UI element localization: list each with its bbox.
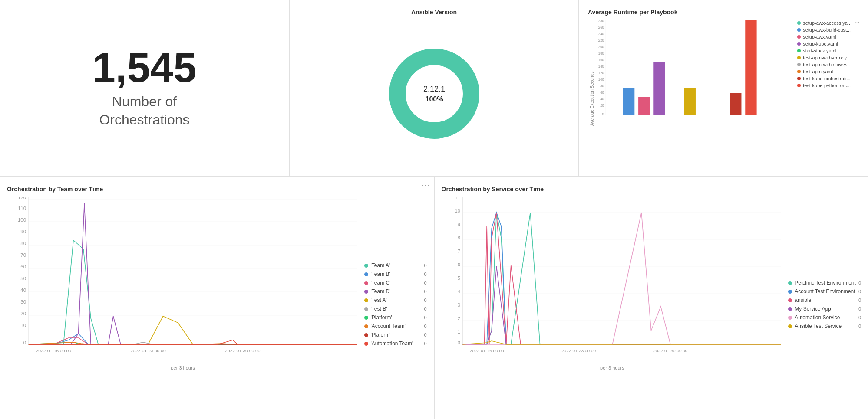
svg-text:40: 40	[20, 288, 26, 293]
team-legend-label-7: 'Platform'	[371, 314, 392, 321]
runtime-title: Average Runtime per Playbook	[588, 9, 859, 16]
legend-item-7: test-apm-with-slow.y... ⋯	[797, 62, 859, 67]
team-legend-count-3: 0	[424, 280, 426, 285]
team-svg: 120 110 100 90 80 70 60 50 40 30 20 10 0	[9, 197, 357, 362]
service-chart-area: 11 10 9 8 7 6 5 4 3 2 1 0	[442, 197, 861, 412]
team-legend-label-6: 'Test B'	[371, 306, 387, 312]
orchestration-count: 1,545	[92, 47, 196, 88]
legend-label-5: start-stack.yaml	[803, 48, 836, 53]
svg-text:7: 7	[457, 249, 460, 254]
svg-rect-23	[653, 62, 665, 115]
legend-menu-2[interactable]: ⋯	[854, 27, 858, 33]
legend-dot-4	[797, 42, 801, 46]
legend-item-3: setup-awx.yaml ⋯	[797, 34, 859, 39]
svg-rect-25	[684, 88, 696, 115]
legend-menu-10[interactable]: ⋯	[854, 82, 858, 88]
team-legend-count-4: 0	[424, 289, 426, 294]
service-legend-label-2: Account Test Environment	[795, 288, 855, 295]
legend-item-5: start-stack.yaml ⋯	[797, 48, 859, 53]
legend-label-4: setup-kube.yaml	[803, 41, 838, 46]
service-legend-count-1: 0	[858, 280, 861, 285]
svg-text:5: 5	[457, 276, 460, 281]
svg-text:180: 180	[598, 51, 604, 56]
service-legend-item-4: My Service App 0	[788, 306, 861, 312]
legend-label-3: setup-awx.yaml	[803, 34, 836, 39]
service-legend-dot-2	[788, 290, 792, 294]
svg-text:20: 20	[20, 311, 26, 316]
service-legend-count-2: 0	[858, 289, 861, 294]
svg-text:2022-01-16 00:00: 2022-01-16 00:00	[469, 348, 504, 353]
legend-dot-8	[797, 70, 801, 73]
service-legend-label-3: ansible	[795, 297, 811, 303]
team-legend-label-2: 'Team B'	[371, 271, 390, 277]
legend-item-6: test-apm-with-error.y... ⋯	[797, 55, 859, 60]
svg-text:240: 240	[598, 32, 604, 36]
legend-menu-4[interactable]: ⋯	[841, 41, 846, 46]
team-x-label: per 3 hours	[9, 365, 357, 370]
legend-menu-3[interactable]: ⋯	[839, 34, 844, 39]
team-legend-count-7: 0	[424, 315, 426, 320]
service-legend-label-5: Automation Service	[795, 314, 840, 321]
team-legend-dot-9	[364, 333, 368, 337]
svg-text:2.12.1: 2.12.1	[423, 85, 445, 93]
legend-menu-8[interactable]: ⋯	[836, 69, 841, 74]
team-legend-item-5: 'Test A' 0	[364, 297, 427, 303]
legend-item-10: test-kube-python-orc... ⋯	[797, 82, 859, 88]
svg-rect-26	[700, 115, 711, 115]
service-legend-dot-1	[788, 281, 792, 285]
team-chart-area: 120 110 100 90 80 70 60 50 40 30 20 10 0	[7, 197, 427, 412]
legend-menu-6[interactable]: ⋯	[853, 55, 858, 60]
team-chart-menu[interactable]: ⋯	[422, 180, 429, 190]
service-legend-label-6: Ansible Test Service	[795, 323, 842, 329]
service-legend-item-5: Automation Service 0	[788, 314, 861, 321]
runtime-y-label: Average Execution Seconds	[588, 20, 594, 126]
runtime-svg: 280 260 240 220 200 180 160 140 120 100 …	[594, 20, 793, 124]
legend-dot-3	[797, 35, 801, 39]
service-legend-item-1: Petclinic Test Environment 0	[788, 280, 861, 286]
svg-text:70: 70	[20, 253, 26, 258]
svg-text:100: 100	[18, 218, 26, 223]
team-legend-label-1: 'Team A'	[371, 262, 390, 268]
legend-menu-5[interactable]: ⋯	[839, 48, 844, 53]
team-legend-dot-2	[364, 272, 368, 276]
service-legend-item-3: ansible 0	[788, 297, 861, 303]
legend-item-9: test-kube-orchestrati... ⋯	[797, 75, 859, 81]
legend-label-10: test-kube-python-orc...	[803, 83, 851, 88]
runtime-chart-area: Average Execution Seconds 280 260 240 22…	[588, 20, 859, 126]
svg-text:2022-01-16 00:00: 2022-01-16 00:00	[36, 349, 71, 353]
team-legend-item-9: 'Plaform' 0	[364, 332, 427, 338]
team-legend-dot-5	[364, 298, 368, 302]
svg-text:0: 0	[23, 340, 26, 345]
team-legend-count-1: 0	[424, 263, 426, 268]
team-legend-label-3: 'Team C'	[371, 280, 391, 286]
team-legend-item-1: 'Team A' 0	[364, 262, 427, 268]
legend-label-1: setup-awx-access.ya...	[803, 20, 851, 26]
legend-menu-9[interactable]: ⋯	[854, 75, 858, 81]
svg-text:11: 11	[455, 197, 460, 200]
team-legend-item-10: 'Automation Team' 0	[364, 340, 427, 347]
service-legend-count-3: 0	[858, 298, 861, 303]
legend-item-8: test-apm.yaml ⋯	[797, 69, 859, 74]
svg-text:2022-01-23 00:00: 2022-01-23 00:00	[561, 348, 596, 353]
svg-rect-21	[623, 88, 634, 115]
svg-text:60: 60	[20, 265, 26, 269]
svg-text:0: 0	[457, 340, 460, 345]
legend-dot-2	[797, 28, 801, 32]
legend-label-9: test-kube-orchestrati...	[803, 76, 850, 81]
team-legend-dot-8	[364, 324, 368, 328]
svg-text:9: 9	[457, 222, 460, 227]
team-legend-label-9: 'Plaform'	[371, 332, 391, 338]
orchestration-label: Number of Orchestrations	[99, 93, 189, 129]
ansible-version-card: Ansible Version 2.12.1 100%	[290, 0, 578, 176]
legend-menu-7[interactable]: ⋯	[853, 62, 858, 67]
svg-rect-24	[669, 115, 680, 115]
service-chart-card: Orchestration by Service over Time 11 10…	[435, 177, 868, 419]
service-legend-dot-4	[788, 307, 792, 311]
legend-menu-1[interactable]: ⋯	[855, 20, 859, 26]
svg-text:90: 90	[20, 229, 26, 234]
svg-text:100%: 100%	[425, 95, 443, 103]
svg-text:1: 1	[457, 330, 460, 334]
svg-text:2: 2	[457, 316, 460, 321]
team-legend-label-10: 'Automation Team'	[371, 340, 413, 347]
svg-text:40: 40	[600, 97, 604, 101]
